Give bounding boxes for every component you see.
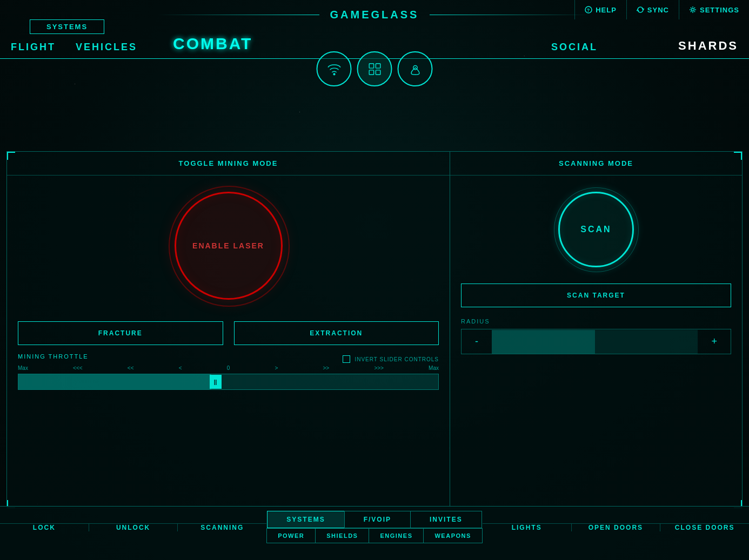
radius-minus-button[interactable]: - [462, 329, 492, 354]
slider-label-max-right: Max [429, 365, 439, 371]
svg-rect-6 [369, 70, 373, 74]
radius-label: RADIUS [461, 318, 731, 325]
extraction-button[interactable]: EXTRACTION [234, 321, 439, 345]
tab-social[interactable]: SOCIAL [551, 42, 598, 53]
slider-labels: Max <<< << < 0 > >> >>> Max [18, 365, 439, 371]
slider-label-r: > [275, 365, 278, 371]
radius-slider[interactable] [492, 330, 698, 354]
main-content: TOGGLE MINING MODE ENABLE LASER FRACTURE… [6, 151, 743, 509]
laser-label: ENABLE LASER [192, 241, 264, 250]
grid-icon-button[interactable] [357, 51, 392, 86]
left-action-buttons: LOCK UNLOCK SCANNING [0, 523, 266, 531]
center-icons [317, 51, 433, 86]
lock-button[interactable]: LOCK [0, 524, 89, 531]
bottom-tabs-row: LOCK UNLOCK SCANNING SYSTEMS F/VOIP INVI… [0, 507, 749, 543]
slider-label-0: 0 [227, 365, 230, 371]
svg-rect-7 [376, 70, 380, 74]
enable-laser-button[interactable]: ENABLE LASER [175, 192, 283, 300]
center-tabs: SYSTEMS F/VOIP INVITES POWER SHIELDS ENG… [266, 511, 483, 543]
tab-combat[interactable]: COMBAT [173, 35, 252, 53]
slider-label-lll: <<< [73, 365, 83, 371]
sub-bottom-tabs: POWER SHIELDS ENGINES WEAPONS [266, 528, 483, 543]
logo-line-right [430, 15, 592, 15]
slider-fill [18, 374, 211, 389]
mining-throttle-slider[interactable] [18, 374, 439, 390]
right-action-buttons: LIGHTS OPEN DOORS CLOSE DOORS [483, 523, 749, 531]
mining-throttle-section: MINING THROTTLE INVERT SLIDER CONTROLS M… [7, 345, 450, 398]
scan-circle-container: SCAN [450, 181, 742, 278]
slider-label-max-left: Max [18, 365, 28, 371]
toggle-mining-mode-button[interactable]: TOGGLE MINING MODE [7, 152, 450, 176]
tab-shards[interactable]: SHARDS [678, 39, 738, 53]
svg-point-3 [333, 73, 335, 75]
open-doors-button[interactable]: OPEN DOORS [572, 524, 661, 531]
unlock-button[interactable]: UNLOCK [89, 524, 178, 531]
slider-label-ll: << [128, 365, 134, 371]
slider-label-rrr: >>> [374, 365, 384, 371]
throttle-label: MINING THROTTLE [18, 353, 89, 360]
tab-weapons[interactable]: WEAPONS [423, 528, 482, 543]
scan-target-button[interactable]: SCAN TARGET [461, 284, 731, 307]
location-icon-button[interactable] [398, 51, 433, 86]
tab-fvoip[interactable]: F/VOIP [344, 511, 410, 528]
scanning-button[interactable]: SCANNING [178, 524, 266, 531]
close-doors-button[interactable]: CLOSE DOORS [660, 524, 749, 531]
tab-systems[interactable]: SYSTEMS [30, 19, 104, 34]
panels-container: TOGGLE MINING MODE ENABLE LASER FRACTURE… [7, 152, 742, 508]
right-panel: SCANNING MODE SCAN SCAN TARGET RADIUS - … [450, 152, 742, 508]
logo-line-left [157, 15, 319, 15]
scan-label: SCAN [580, 225, 611, 234]
svg-point-2 [691, 9, 694, 11]
slider-label-l: < [179, 365, 182, 371]
invert-label: INVERT SLIDER CONTROLS [355, 356, 439, 362]
tab-power[interactable]: POWER [266, 528, 315, 543]
radius-plus-button[interactable]: + [698, 329, 731, 354]
invert-section: INVERT SLIDER CONTROLS [343, 355, 439, 363]
scanning-mode-header: SCANNING MODE [450, 152, 742, 176]
tab-engines[interactable]: ENGINES [369, 528, 423, 543]
scan-button[interactable]: SCAN [558, 192, 634, 267]
fracture-extraction-buttons: FRACTURE EXTRACTION [7, 321, 450, 345]
help-button[interactable]: ? HELP [574, 0, 626, 19]
tab-invites[interactable]: INVITES [410, 511, 482, 528]
slider-label-rr: >> [323, 365, 330, 371]
svg-rect-5 [376, 63, 380, 68]
wifi-icon-button[interactable] [317, 51, 352, 86]
radius-fill [492, 330, 595, 354]
sync-button[interactable]: SYNC [626, 0, 679, 19]
tab-systems-bottom[interactable]: SYSTEMS [267, 511, 344, 528]
lights-button[interactable]: LIGHTS [483, 524, 572, 531]
tab-vehicles[interactable]: VEHICLES [76, 42, 137, 53]
settings-button[interactable]: SETTINGS [679, 0, 749, 19]
svg-rect-4 [369, 63, 373, 68]
left-panel: TOGGLE MINING MODE ENABLE LASER FRACTURE… [7, 152, 450, 508]
bottom-area: LOCK UNLOCK SCANNING SYSTEMS F/VOIP INVI… [0, 506, 749, 560]
slider-handle[interactable] [210, 375, 222, 389]
main-bottom-tabs: SYSTEMS F/VOIP INVITES [267, 511, 482, 528]
invert-checkbox[interactable] [343, 355, 350, 363]
radius-section: RADIUS - + [450, 313, 742, 360]
fracture-button[interactable]: FRACTURE [18, 321, 223, 345]
tab-flight[interactable]: FLIGHT [11, 42, 56, 53]
radius-controls: - + [461, 329, 731, 354]
laser-container: ENABLE LASER [7, 176, 450, 316]
svg-text:?: ? [587, 8, 591, 13]
top-bar: ? HELP SYNC SETTINGS [574, 0, 749, 19]
tab-shields[interactable]: SHIELDS [315, 528, 369, 543]
